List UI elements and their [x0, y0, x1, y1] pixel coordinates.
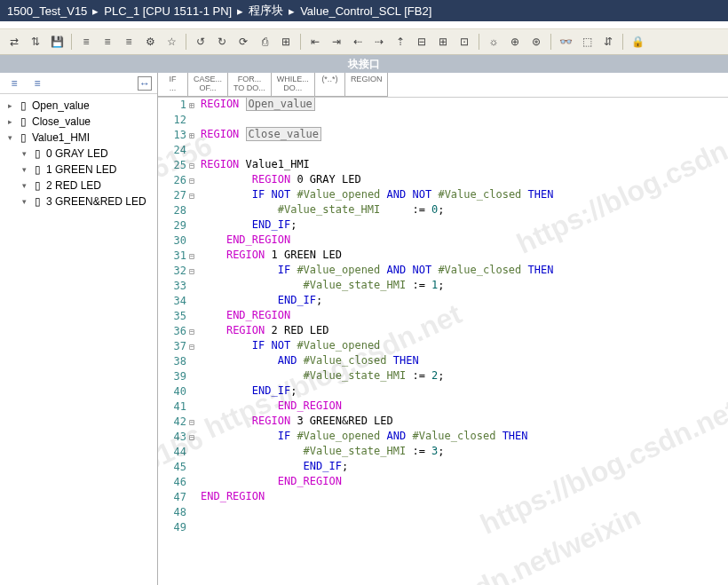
fold-icon[interactable]: ⊞: [186, 130, 197, 140]
code-line[interactable]: [201, 505, 728, 520]
code-line[interactable]: END_IF;: [201, 384, 728, 399]
code-editor[interactable]: IF...CASE...OF...FOR...TO DO...WHILE...D…: [158, 73, 728, 585]
tool-icon[interactable]: ☼: [485, 33, 502, 51]
tool-icon[interactable]: ⇄: [5, 33, 23, 51]
expand-arrow-icon[interactable]: ▾: [20, 149, 28, 158]
tool-icon[interactable]: ≡: [120, 33, 138, 51]
line-number: 42: [169, 415, 186, 428]
tree-item[interactable]: ▾▯1 GREEN LED: [0, 162, 157, 178]
code-line[interactable]: END_REGION: [201, 475, 728, 490]
keyword-button[interactable]: REGION: [345, 73, 389, 97]
tool-icon[interactable]: ⊞: [434, 33, 452, 51]
collapse-icon[interactable]: ≡: [28, 75, 46, 92]
code-line[interactable]: [201, 143, 728, 158]
code-line[interactable]: [201, 520, 728, 535]
tree-item[interactable]: ▾▯0 GRAY LED: [0, 146, 157, 162]
code-line[interactable]: IF NOT #Value_opened AND NOT #Value_clos…: [201, 188, 728, 203]
breadcrumb-item[interactable]: 程序块: [249, 3, 283, 19]
code-line[interactable]: REGION Value1_HMI: [201, 158, 728, 173]
code-line[interactable]: IF #Value_opened AND NOT #Value_closed T…: [201, 264, 728, 279]
tool-icon[interactable]: ⊟: [413, 33, 431, 51]
fold-icon[interactable]: ⊟: [186, 251, 197, 261]
code-line[interactable]: END_REGION: [201, 309, 728, 324]
tool-icon[interactable]: ⊡: [455, 33, 473, 51]
code-line[interactable]: REGION Close_value: [201, 128, 728, 143]
tree-item[interactable]: ▾▯2 RED LED: [0, 178, 157, 194]
save-icon[interactable]: 💾: [48, 33, 66, 51]
fold-icon[interactable]: ⊟: [186, 342, 197, 352]
expand-arrow-icon[interactable]: ▸: [5, 101, 14, 110]
tool-icon[interactable]: ↻: [213, 33, 231, 51]
breadcrumb-item[interactable]: PLC_1 [CPU 1511-1 PN]: [104, 4, 232, 18]
fold-icon[interactable]: ⊟: [186, 266, 197, 276]
region-icon: ▯: [32, 164, 43, 175]
tool-icon[interactable]: ⇠: [349, 33, 367, 51]
breadcrumb-item[interactable]: Value_Control_SCL [FB2]: [300, 4, 431, 18]
code-line[interactable]: REGION 1 GREEN LED: [201, 249, 728, 264]
keyword-button[interactable]: (*..*): [315, 73, 345, 97]
tree-item[interactable]: ▸▯Open_value: [0, 98, 157, 114]
tool-icon[interactable]: ⚙: [141, 33, 159, 51]
code-line[interactable]: #Value_state_HMI := 0;: [201, 203, 728, 218]
code-line[interactable]: REGION 2 RED LED: [201, 324, 728, 339]
tool-icon[interactable]: ⊕: [506, 33, 524, 51]
tool-icon[interactable]: ⟳: [234, 33, 252, 51]
fold-icon[interactable]: ⊟: [186, 161, 197, 170]
fold-icon[interactable]: ⊟: [186, 417, 197, 427]
code-line[interactable]: REGION 3 GREEN&RED LED: [201, 415, 728, 430]
tool-icon[interactable]: ≡: [77, 33, 95, 51]
line-number: 38: [169, 355, 186, 368]
keyword-button[interactable]: FOR...TO DO...: [228, 73, 272, 97]
expand-arrow-icon[interactable]: ▾: [5, 133, 14, 142]
tool-icon[interactable]: ⇵: [599, 33, 617, 51]
fold-icon[interactable]: ⊟: [186, 176, 197, 186]
tool-icon[interactable]: ⇅: [27, 33, 44, 51]
keyword-button[interactable]: WHILE...DO...: [272, 73, 315, 97]
code-area[interactable]: 1⊞1213⊞2425⊟26⊟27⊟28293031⊟32⊟33343536⊟3…: [158, 98, 728, 585]
expand-arrow-icon[interactable]: ▾: [20, 181, 28, 190]
tool-icon[interactable]: ☆: [162, 33, 180, 51]
expand-arrow-icon[interactable]: ▾: [20, 197, 28, 206]
code-line[interactable]: END_IF;: [201, 294, 728, 309]
code-line[interactable]: END_REGION: [201, 399, 728, 415]
code-line[interactable]: #Value_state_HMI := 2;: [201, 369, 728, 384]
code-line[interactable]: END_IF;: [201, 218, 728, 233]
expand-arrow-icon[interactable]: ▾: [20, 165, 28, 174]
tool-icon[interactable]: ⊛: [527, 33, 545, 51]
code-line[interactable]: END_REGION: [201, 233, 728, 249]
tree-item[interactable]: ▾▯3 GREEN&RED LED: [0, 194, 157, 209]
tool-icon[interactable]: ⇢: [370, 33, 388, 51]
code-line[interactable]: [201, 113, 728, 128]
code-line[interactable]: IF #Value_opened AND #Value_closed THEN: [201, 430, 728, 445]
expand-arrow-icon[interactable]: ▸: [5, 117, 14, 126]
code-line[interactable]: IF NOT #Value_opened: [201, 339, 728, 354]
code-line[interactable]: REGION 0 GRAY LED: [201, 173, 728, 188]
code-line[interactable]: AND #Value_closed THEN: [201, 354, 728, 369]
breadcrumb-item[interactable]: 1500_Test_V15: [7, 4, 87, 18]
lock-icon[interactable]: 🔒: [629, 33, 646, 51]
fold-icon[interactable]: ⊟: [186, 191, 197, 201]
code-line[interactable]: #Value_state_HMI := 1;: [201, 279, 728, 294]
fold-icon[interactable]: ⊟: [186, 327, 197, 336]
code-line[interactable]: END_REGION: [201, 490, 728, 505]
indent-icon[interactable]: ⇤: [306, 33, 324, 51]
tool-icon[interactable]: ⊞: [277, 33, 295, 51]
fold-icon[interactable]: ⊞: [186, 100, 197, 110]
tree-item[interactable]: ▾▯Value1_HMI: [0, 130, 157, 146]
tool-icon[interactable]: ⎙: [256, 33, 273, 51]
tool-icon[interactable]: ⇡: [392, 33, 409, 51]
code-line[interactable]: END_IF;: [201, 460, 728, 475]
expand-icon[interactable]: ≡: [5, 75, 23, 92]
glasses-icon[interactable]: 👓: [557, 33, 574, 51]
code-line[interactable]: #Value_state_HMI := 3;: [201, 445, 728, 460]
tool-icon[interactable]: ⬚: [578, 33, 596, 51]
tree-item[interactable]: ▸▯Close_value: [0, 114, 157, 130]
sync-icon[interactable]: ↔: [138, 76, 152, 91]
keyword-button[interactable]: CASE...OF...: [188, 73, 228, 97]
code-line[interactable]: REGION Open_value: [201, 98, 728, 113]
fold-icon[interactable]: ⊟: [186, 432, 197, 442]
tool-icon[interactable]: ≡: [99, 33, 116, 51]
tool-icon[interactable]: ↺: [192, 33, 210, 51]
keyword-button[interactable]: IF...: [158, 73, 188, 97]
indent-icon[interactable]: ⇥: [328, 33, 345, 51]
